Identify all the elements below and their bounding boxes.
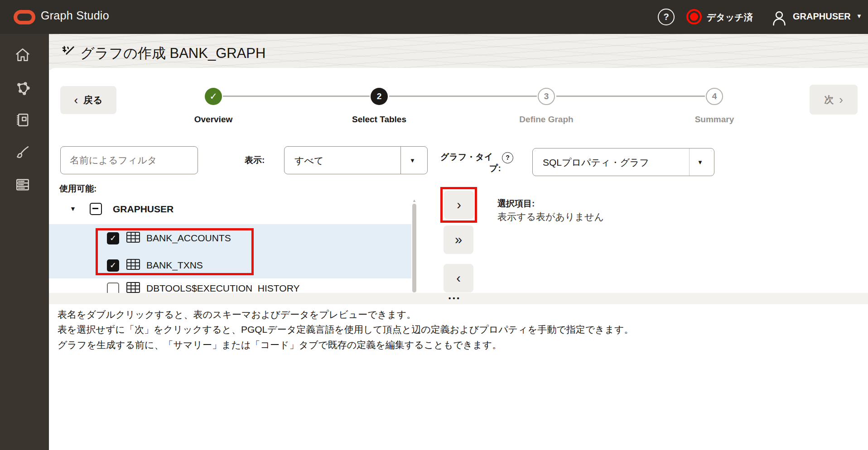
selected-items-label: 選択項目:	[497, 198, 535, 210]
user-menu-caret-icon[interactable]: ▼	[856, 13, 862, 19]
graph-type-help-icon[interactable]: ?	[502, 152, 513, 163]
dropdown-separator	[400, 147, 401, 174]
graph-icon	[14, 81, 31, 97]
step-connector	[223, 96, 370, 97]
connection-status-dot	[690, 13, 698, 21]
step-4-summary[interactable]: 4	[706, 88, 723, 105]
next-button[interactable]: 次›	[810, 85, 858, 115]
checkbox-checked[interactable]: ✓	[107, 259, 119, 272]
instruction-line: 表を選択せずに「次」をクリックすると、PGQLデータ定義言語を使用して頂点と辺の…	[58, 323, 634, 336]
graph-type-label: グラフ・タイ	[440, 151, 493, 163]
chevron-down-icon[interactable]: ▼	[410, 157, 415, 164]
paintbrush-icon	[14, 144, 31, 161]
tree-scrollbar[interactable]	[412, 204, 416, 292]
checkbox-unchecked[interactable]	[107, 282, 119, 293]
next-chevron-icon: ›	[839, 93, 843, 106]
step-label-overview: Overview	[164, 115, 263, 124]
graph-type-dropdown[interactable]: SQLプロパティ・グラフ ▼	[532, 148, 714, 176]
step-label-summary: Summary	[665, 115, 764, 124]
app-title: Graph Studio	[41, 9, 109, 22]
table-icon	[126, 231, 140, 245]
top-header-bar: Graph Studio ? デタッチ済 GRAPHUSER ▼	[0, 0, 868, 34]
show-dropdown[interactable]: すべて ▼	[284, 146, 428, 174]
table-name: BANK_ACCOUNTS	[146, 233, 231, 244]
move-all-right-button[interactable]: »	[444, 225, 473, 254]
magic-wand-icon	[61, 44, 76, 62]
page-title: グラフの作成 BANK_GRAPH	[80, 44, 265, 63]
sidebar-item-jobs[interactable]	[14, 176, 32, 194]
left-sidebar: »	[0, 34, 49, 450]
name-filter-input[interactable]	[60, 146, 198, 174]
schema-expander-icon[interactable]: ▼	[70, 205, 76, 212]
step-connector	[556, 96, 705, 97]
chevron-down-icon[interactable]: ▼	[697, 159, 703, 166]
table-icon	[126, 282, 140, 293]
back-chevron-icon: ‹	[74, 93, 78, 107]
show-label: 表示:	[245, 154, 265, 166]
move-left-button[interactable]: ‹	[444, 264, 473, 292]
schema-name: GRAPHUSER	[113, 204, 174, 215]
step-label-define-graph: Define Graph	[497, 115, 596, 124]
graph-type-dropdown-value: SQLプロパティ・グラフ	[543, 156, 649, 169]
table-row-dbtools[interactable]: DBTOOLS$EXECUTION_HISTORY	[107, 282, 299, 293]
table-name: BANK_TXNS	[146, 260, 203, 271]
graph-type-label-line2: プ:	[489, 163, 501, 174]
step-1-overview[interactable]: ✓	[205, 88, 222, 105]
step-label-select-tables: Select Tables	[329, 115, 429, 124]
clipped-row-wrap: DBTOOLS$EXECUTION_HISTORY	[0, 278, 868, 293]
tree-row-schema[interactable]: GRAPHUSER	[90, 203, 174, 215]
sidebar-item-design[interactable]	[14, 144, 32, 162]
table-name: DBTOOLS$EXECUTION_HISTORY	[146, 283, 299, 293]
table-icon	[126, 259, 140, 272]
scrollbar-up-icon[interactable]: ▲	[412, 198, 416, 203]
sidebar-item-graphs[interactable]	[14, 80, 32, 98]
table-row-bank-txns[interactable]: ✓ BANK_TXNS	[107, 259, 203, 272]
schema-checkbox-indeterminate[interactable]	[90, 203, 102, 215]
instruction-line: グラフを生成する前に、「サマリー」または「コード」タブで既存の定義を編集すること…	[58, 339, 502, 351]
user-icon	[772, 10, 787, 26]
step-connector	[389, 96, 537, 97]
step-3-define-graph[interactable]: 3	[538, 88, 555, 105]
dropdown-separator	[689, 148, 690, 176]
connection-status-label: デタッチ済	[707, 11, 753, 24]
move-right-button[interactable]: ›	[444, 191, 474, 219]
checkbox-checked[interactable]: ✓	[107, 232, 119, 244]
selected-items-empty-message: 表示する表がありません	[497, 211, 604, 223]
more-dots-icon[interactable]: •••	[448, 294, 461, 302]
available-label: 使用可能:	[59, 183, 96, 195]
notebook-icon	[14, 112, 31, 128]
graph-studio-window: Graph Studio ? デタッチ済 GRAPHUSER ▼	[0, 0, 868, 450]
sidebar-item-notebooks[interactable]	[14, 111, 32, 129]
table-row-bank-accounts[interactable]: ✓ BANK_ACCOUNTS	[107, 231, 231, 245]
back-button[interactable]: ‹戻る	[60, 86, 116, 114]
help-icon[interactable]: ?	[658, 9, 675, 25]
instruction-line: 表名をダブルクリックすると、表のスキーマおよびデータをプレビューできます。	[58, 308, 416, 321]
show-dropdown-value: すべて	[294, 154, 323, 167]
step-2-select-tables[interactable]: 2	[371, 88, 388, 105]
sidebar-item-home[interactable]	[14, 46, 32, 64]
home-icon	[14, 47, 31, 63]
jobs-icon	[14, 177, 31, 193]
oracle-logo-icon	[14, 10, 35, 24]
user-menu[interactable]: GRAPHUSER	[793, 11, 851, 22]
